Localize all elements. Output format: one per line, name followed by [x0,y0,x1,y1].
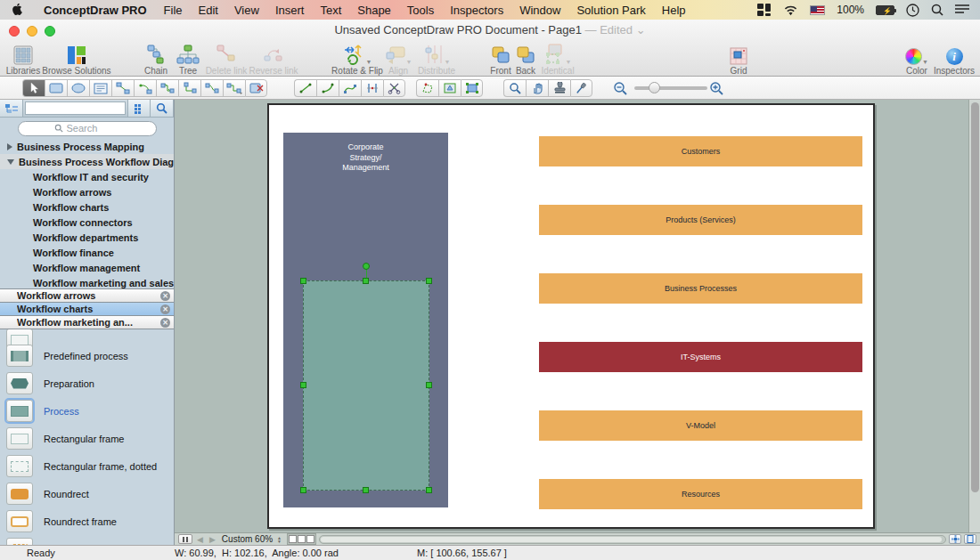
resize-handle-s[interactable] [363,487,369,493]
menu-solution-park[interactable]: Solution Park [568,4,653,17]
fit-page-button[interactable] [949,534,961,544]
bar-it-systems[interactable]: IT-Systems [539,342,862,372]
rightangle-connector-tool-button[interactable] [178,79,200,97]
canvas-workspace[interactable]: Corporate Strategy/ Management [175,100,980,532]
prev-page-arrow[interactable]: ◀ [195,535,205,544]
tree-item-business-process-workflow-diagrams[interactable]: Business Process Workflow Diagrams [0,154,174,169]
clock-icon[interactable] [906,4,919,17]
tree-item-workflow-management[interactable]: Workflow management [0,260,174,275]
zoom-in-button[interactable] [709,81,724,99]
shape-item-roundrect-frame[interactable]: Roundrect frame [0,507,174,535]
bezier-tool-button[interactable] [339,79,361,97]
menu-tools[interactable]: Tools [399,4,442,17]
bar-resources[interactable]: Resources [539,479,862,509]
shape-item-predefined-process[interactable]: Predefined process [0,342,174,369]
zoom-slider-thumb[interactable] [649,82,660,93]
corporate-strategy-container-shape[interactable]: Corporate Strategy/ Management [283,133,448,507]
horizontal-scrollbar-thumb[interactable] [321,537,942,542]
zoom-stepper[interactable]: ▲▼ [277,536,284,543]
tree-item-workflow-charts[interactable]: Workflow charts [0,199,174,215]
library-tab-workflow-marketing[interactable]: Workflow marketing an...✕ [0,316,174,329]
curved-connector-tool-button[interactable] [200,79,223,97]
close-icon[interactable]: ✕ [160,318,170,328]
disclosure-closed-icon[interactable] [7,143,12,150]
pan-tool-button[interactable] [526,79,548,97]
resize-handle-n[interactable] [363,278,369,284]
tree-item-workflow-connectors[interactable]: Workflow connectors [0,215,174,230]
library-tab-workflow-charts[interactable]: Workflow charts✕ [0,303,174,316]
bar-v-model[interactable]: V-Model [539,410,862,441]
horizontal-scrollbar[interactable] [319,535,946,544]
shape-item-roundrect-frame-dotted[interactable]: Roundrect frame, dotted [0,535,174,545]
crop-tool-button[interactable] [438,79,461,97]
sidebar-grid-view-button[interactable] [127,100,151,117]
shape-item-rectangular-frame[interactable]: Rectangular frame [0,425,174,452]
resize-handle-e[interactable] [426,382,432,388]
tree-item-workflow-it-security[interactable]: Workflow IT and security [0,169,174,184]
rotation-handle[interactable] [363,263,370,270]
menu-insert[interactable]: Insert [267,4,313,17]
resize-handle-w[interactable] [300,382,306,388]
zoom-out-button[interactable] [613,81,628,99]
tree-item-workflow-arrows[interactable]: Workflow arrows [0,184,174,199]
close-icon[interactable]: ✕ [160,304,170,314]
search-input[interactable] [67,123,120,134]
sidebar-tree-view-button[interactable] [0,100,23,117]
tree-item-workflow-marketing-sales[interactable]: Workflow marketing and sales [0,275,174,288]
sidebar-search-button[interactable] [151,100,174,117]
tree-item-workflow-departments[interactable]: Workflow departments [0,230,174,245]
bar-products-services[interactable]: Products (Services) [539,205,862,235]
input-source-flag-icon[interactable] [810,5,825,15]
page-thumbnails[interactable] [287,533,316,545]
actual-size-button[interactable] [964,534,976,544]
ellipse-tool-button[interactable] [67,79,89,97]
shape-item-process[interactable]: Process [0,397,174,425]
notification-center-icon[interactable] [955,4,969,15]
grid-button[interactable]: Grid [698,43,779,76]
selected-process-shape[interactable] [303,280,429,491]
wifi-icon[interactable] [783,4,798,16]
zoom-tool-button[interactable] [503,79,526,97]
bar-business-processes[interactable]: Business Processes [539,273,862,304]
shape-item-preparation[interactable]: Preparation [0,369,174,397]
smart-connector-tool-button[interactable] [156,79,178,97]
select-tool-button[interactable] [22,79,45,97]
library-tab-workflow-arrows[interactable]: Workflow arrows✕ [0,289,174,303]
tree-item-business-process-mapping[interactable]: Business Process Mapping [0,139,174,154]
bar-customers[interactable]: Customers [539,136,862,166]
chain-connector-tool-button[interactable] [223,79,245,97]
inspectors-button[interactable]: i Inspectors [914,43,980,76]
group-edit-tool-button[interactable] [461,79,483,97]
resize-handle-ne[interactable] [426,278,432,284]
spotlight-search-icon[interactable] [931,4,943,16]
menu-help[interactable]: Help [654,4,694,17]
split-tool-button[interactable] [361,79,383,97]
app-menu-title[interactable]: ConceptDraw PRO [35,4,156,17]
delete-shape-tool-button[interactable] [245,79,267,97]
shape-item-rectangular-frame-dotted[interactable]: Rectangular frame, dotted [0,452,174,480]
vertical-scrollbar[interactable] [968,100,980,532]
menu-inspectors[interactable]: Inspectors [442,4,511,17]
text-tool-button[interactable] [89,79,111,97]
direct-connector-tool-button[interactable] [111,79,134,97]
stamp-tool-button[interactable] [548,79,570,97]
line-tool-button[interactable] [294,79,316,97]
eyedropper-tool-button[interactable] [570,79,592,97]
mission-control-icon[interactable] [757,4,772,16]
menu-shape[interactable]: Shape [349,4,399,17]
arc-tool-button[interactable] [316,79,339,97]
close-icon[interactable]: ✕ [160,291,170,301]
battery-icon[interactable]: ⚡ [876,5,894,15]
scissors-tool-button[interactable] [383,79,405,97]
next-page-arrow[interactable]: ▶ [208,535,217,544]
rectangle-tool-button[interactable] [45,79,67,97]
reshape-tool-button[interactable] [416,79,438,97]
browse-solutions-button[interactable]: Browse Solutions [37,43,117,76]
vertical-scrollbar-thumb[interactable] [971,102,979,492]
zoom-slider[interactable] [634,86,707,90]
edited-dropdown[interactable]: — Edited ⌄ [585,23,646,37]
menu-text[interactable]: Text [312,4,349,17]
pages-button[interactable] [178,534,192,544]
resize-handle-sw[interactable] [300,487,306,493]
shape-item-clipped[interactable] [0,329,174,342]
